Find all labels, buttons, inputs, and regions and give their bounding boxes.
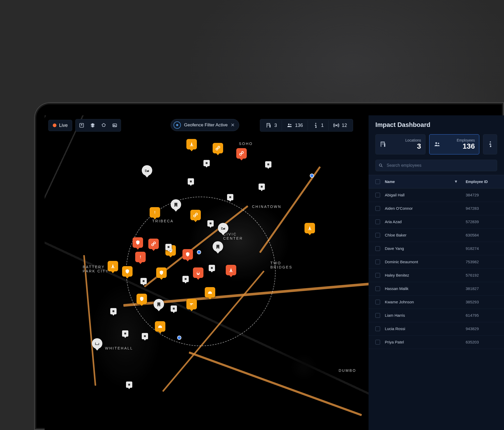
- map-pin-shield-icon[interactable]: [156, 267, 167, 278]
- table-row[interactable]: Aria Azad572839: [369, 215, 504, 229]
- map-pin-transit-icon[interactable]: [265, 161, 271, 168]
- table-row[interactable]: Aiden O'Connor947283: [369, 202, 504, 215]
- map-pin-link-icon[interactable]: [236, 148, 247, 159]
- table-row[interactable]: Chloe Baker630584: [369, 229, 504, 242]
- map-pin-transit-icon[interactable]: [203, 160, 210, 166]
- map-pin-warning-icon[interactable]: [150, 207, 160, 218]
- stat-travelers[interactable]: 1: [308, 120, 328, 130]
- map-pin-hotel-icon[interactable]: [218, 223, 228, 233]
- select-all-checkbox[interactable]: [375, 179, 380, 184]
- stat-signals[interactable]: 12: [328, 120, 352, 130]
- map-dot-person[interactable]: [310, 174, 314, 178]
- card-locations[interactable]: Locations 3: [375, 134, 426, 154]
- employee-id: 630584: [466, 233, 497, 237]
- map-pin-transit-icon[interactable]: [227, 194, 233, 200]
- employee-name: Hassan Malik: [385, 286, 461, 291]
- row-checkbox[interactable]: [375, 233, 380, 238]
- map-pin-shield-icon[interactable]: [122, 266, 133, 277]
- row-checkbox[interactable]: [375, 206, 380, 211]
- map-pin-transit-icon[interactable]: [209, 265, 215, 271]
- export-button[interactable]: [77, 120, 87, 130]
- table-row[interactable]: Priya Patel635203: [369, 336, 504, 349]
- close-icon[interactable]: ✕: [231, 122, 235, 128]
- map-pin-transit-icon[interactable]: [207, 220, 214, 227]
- column-id-label[interactable]: Employee ID: [466, 180, 497, 184]
- map-pin-building-icon[interactable]: [171, 199, 181, 210]
- map-pin-link-icon[interactable]: [213, 143, 223, 153]
- map-pin-transit-icon[interactable]: [140, 278, 147, 284]
- map-dot-person[interactable]: [177, 336, 181, 340]
- employee-table-body[interactable]: Abigail Hall384729Aiden O'Connor947283Ar…: [369, 189, 504, 430]
- map-pin-transit-icon[interactable]: [188, 178, 194, 185]
- search-row: [369, 160, 504, 175]
- table-row[interactable]: Kwame Johnson385293: [369, 295, 504, 309]
- map-pin-hotel-icon[interactable]: [92, 338, 102, 349]
- map-pin-shield-icon[interactable]: [133, 237, 143, 248]
- row-checkbox[interactable]: [375, 193, 380, 197]
- map-area[interactable]: TRIBECA CHINATOWN SOHO BATTERY PARK CITY…: [45, 115, 369, 430]
- map-pin-cone-icon[interactable]: [226, 265, 236, 275]
- map-pin-cone-icon[interactable]: [108, 261, 118, 271]
- row-checkbox[interactable]: [375, 273, 380, 278]
- filter-icon[interactable]: [454, 180, 458, 184]
- svg-rect-21: [143, 280, 145, 282]
- row-checkbox[interactable]: [375, 340, 380, 345]
- row-checkbox[interactable]: [375, 246, 380, 251]
- stat-locations[interactable]: 3: [261, 120, 282, 130]
- column-name-label[interactable]: Name: [385, 180, 395, 184]
- layers-button[interactable]: [88, 120, 98, 130]
- map-pin-transit-icon[interactable]: [259, 184, 265, 190]
- row-checkbox[interactable]: [375, 300, 380, 304]
- row-checkbox[interactable]: [375, 286, 380, 291]
- row-checkbox[interactable]: [375, 260, 380, 264]
- people-icon: [434, 141, 440, 148]
- map-pin-transit-icon[interactable]: [122, 330, 128, 337]
- map-pin-shield-icon[interactable]: [182, 249, 193, 260]
- card-locations-label: Locations: [405, 138, 421, 142]
- geofence-filter-chip[interactable]: Geofence Filter Active ✕: [171, 119, 239, 131]
- table-row[interactable]: Liam Harris614795: [369, 309, 504, 322]
- card-employees[interactable]: Employees 136: [429, 134, 479, 154]
- building-icon: [380, 141, 387, 148]
- map-pin-building-icon[interactable]: [213, 241, 223, 252]
- map-pin-shield-icon[interactable]: [136, 294, 147, 304]
- stat-employees[interactable]: 136: [282, 120, 308, 130]
- table-row[interactable]: Lucia Rossi943829: [369, 322, 504, 336]
- table-row[interactable]: Abigail Hall384729: [369, 189, 504, 202]
- draw-shape-button[interactable]: [99, 120, 109, 130]
- map-pin-cone-icon[interactable]: [186, 139, 197, 149]
- map-pin-transit-icon[interactable]: [142, 333, 148, 339]
- map-pin-transit-icon[interactable]: [110, 308, 117, 314]
- map-pin-link-icon[interactable]: [148, 239, 159, 249]
- map-pin-transit-icon[interactable]: [171, 305, 177, 312]
- row-checkbox[interactable]: [375, 313, 380, 318]
- summary-cards: Locations 3 Employees 136: [369, 134, 504, 160]
- svg-rect-24: [124, 333, 126, 335]
- map-pin-hardhat-icon[interactable]: [155, 321, 165, 332]
- table-row[interactable]: Dave Yang918274: [369, 242, 504, 255]
- map-pin-warning-icon[interactable]: [135, 252, 146, 262]
- search-employees-input[interactable]: [375, 160, 497, 171]
- map-pin-building-icon[interactable]: [154, 299, 164, 309]
- live-status-chip[interactable]: Live: [48, 120, 72, 131]
- satellite-button[interactable]: [110, 120, 120, 130]
- table-row[interactable]: Hassan Malik381827: [369, 282, 504, 295]
- svg-rect-5: [155, 213, 155, 214]
- map-pin-hardhat-icon[interactable]: [205, 287, 215, 298]
- map-pin-link-icon[interactable]: [190, 210, 201, 220]
- table-row[interactable]: Dominic Beaumont753982: [369, 255, 504, 269]
- map-pin-cone-icon[interactable]: [304, 223, 315, 233]
- row-checkbox[interactable]: [375, 219, 380, 224]
- table-row[interactable]: Haley Benitez576192: [369, 269, 504, 282]
- map-pin-gun-icon[interactable]: [186, 299, 197, 309]
- map-pin-transit-icon[interactable]: [165, 244, 172, 250]
- card-travelers[interactable]: [483, 134, 497, 154]
- map-label-whitehall: WHITEHALL: [105, 346, 133, 350]
- row-checkbox[interactable]: [375, 326, 380, 331]
- map-dot-person[interactable]: [197, 250, 201, 254]
- svg-point-34: [435, 142, 437, 144]
- map-pin-fire-icon[interactable]: [193, 267, 203, 278]
- map-pin-hotel-icon[interactable]: [142, 165, 152, 176]
- map-pin-transit-icon[interactable]: [126, 381, 132, 388]
- map-pin-transit-icon[interactable]: [182, 276, 189, 282]
